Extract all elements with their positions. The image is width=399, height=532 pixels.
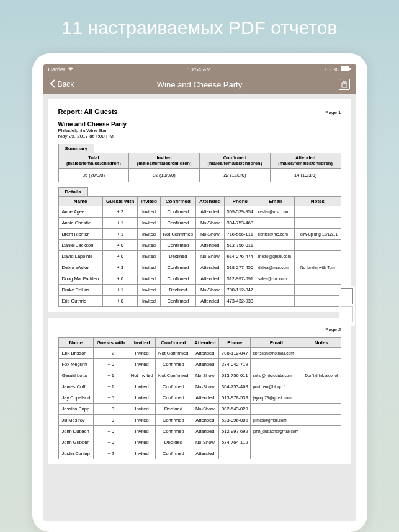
details-tab: Details <box>58 187 88 196</box>
nav-title: Wine and Cheese Party <box>157 80 242 89</box>
table-row: Daniel Jackson+ 0InvitedConfirmedAttende… <box>58 240 341 251</box>
table-row: Gerald Lotto+ 1Not InvitedNot ConfirmedN… <box>58 370 341 381</box>
table-row: Anne Agee+ 2InvitedConfirmedAttended509-… <box>58 206 341 218</box>
page-thumbnails <box>339 286 355 326</box>
page-number: Page 1 <box>325 110 341 115</box>
event-venue: Philadelphia Wine Bar <box>58 128 341 133</box>
summary-header: Attended(males/females/children) <box>270 153 341 169</box>
summary-header: Invited(males/females/children) <box>129 153 200 169</box>
details-header: Name <box>58 197 102 206</box>
table-row: Eric Guthrie+ 0InvitedConfirmedAttended4… <box>58 296 341 307</box>
summary-table: Total(males/females/children)Invited(mal… <box>58 153 341 182</box>
table-row: Justin Dunlap+ 2InvitedConfirmedAttended <box>58 448 341 459</box>
summary-tab: Summary <box>58 144 94 153</box>
details-header: Confirmed <box>156 338 191 348</box>
details-table-2: NameGuests withInvitedConfirmedAttendedP… <box>58 337 341 459</box>
nav-bar: Back Wine and Cheese Party <box>43 74 356 94</box>
page-number: Page 2 <box>325 327 341 332</box>
details-header: Email <box>251 338 302 348</box>
event-title: Wine and Cheese Party <box>58 121 341 128</box>
details-header: Invited <box>128 338 156 348</box>
details-header: Notes <box>302 338 341 348</box>
event-datetime: May 29, 2017 at 7:00 PM <box>58 133 341 139</box>
pdf-page-1: Report: All Guests Page 1 Wine and Chees… <box>48 99 351 312</box>
chevron-left-icon <box>50 79 56 90</box>
thumbnail-page-2[interactable] <box>341 306 353 322</box>
table-row: Jill Mesirov+ 0InvitedConfirmedAttended5… <box>58 415 341 426</box>
table-row: Fox Megumi+ 0InvitedConfirmedAttended234… <box>58 359 341 370</box>
back-button[interactable]: Back <box>50 79 74 90</box>
details-header: Attended <box>196 197 224 206</box>
table-row: Doug MacFadden+ 0InvitedConfirmedAttende… <box>58 273 341 285</box>
back-label: Back <box>58 80 74 89</box>
table-row: Annie Christie+ 1InvitedConfirmedNo-Show… <box>58 218 341 229</box>
summary-value: 14 (10/3/0) <box>270 169 341 182</box>
table-row: James Cuff+ 1InvitedConfirmedNo-Show304-… <box>58 381 341 392</box>
table-row: Jessica Bupp+ 0InvitedDeclinedNo-Show302… <box>58 404 341 415</box>
details-header: Phone <box>219 338 251 348</box>
details-header: Confirmed <box>160 197 196 206</box>
wifi-icon <box>68 66 74 73</box>
details-header: Invited <box>138 197 160 206</box>
table-row: John Gubben+ 0InvitedDeclinedNo-Show534-… <box>58 437 341 448</box>
table-row: Erik Brisson+ 2InvitedNot ConfirmedAtten… <box>58 348 341 359</box>
summary-value: 22 (12/3/0) <box>200 169 271 182</box>
table-row: John Dubach+ 0InvitedConfirmedAttended51… <box>58 426 341 437</box>
battery-label: 100% <box>324 66 338 73</box>
details-header: Guests with <box>94 338 128 348</box>
details-header: Name <box>58 338 94 348</box>
status-bar: Carrier 10:54 AM 100% <box>43 64 356 74</box>
table-row: Jay Copeland+ 5InvitedConfirmedAttended5… <box>58 392 341 404</box>
banner-title: 11 настраиваемых PDF отчетов <box>0 0 399 53</box>
table-row: Brent Richter+ 1InvitedNot ConfirmedNo-S… <box>58 229 341 240</box>
details-header: Email <box>256 197 295 206</box>
carrier-label: Carrier <box>48 66 66 73</box>
document-content[interactable]: Report: All Guests Page 1 Wine and Chees… <box>43 94 356 521</box>
share-button[interactable] <box>339 79 350 90</box>
svg-rect-1 <box>349 68 351 70</box>
details-table-1: NameGuests withInvitedConfirmedAttendedP… <box>58 196 341 307</box>
table-row: Drake Collins+ 1InvitedDeclinedNo-Show70… <box>58 285 341 296</box>
screen: Carrier 10:54 AM 100% Back Wine and Che <box>43 64 356 521</box>
status-time: 10:54 AM <box>187 66 211 73</box>
svg-rect-0 <box>341 66 349 71</box>
tablet-frame: Carrier 10:54 AM 100% Back Wine and Che <box>32 53 367 532</box>
summary-value: 35 (20/3/0) <box>58 169 129 182</box>
battery-icon <box>341 66 351 73</box>
table-row: Debra Walker+ 3InvitedConfirmedAttended5… <box>58 262 341 273</box>
summary-header: Total(males/females/children) <box>58 153 129 169</box>
summary-value: 32 (18/3/0) <box>129 169 200 182</box>
thumbnail-page-1[interactable] <box>341 288 353 304</box>
details-header: Phone <box>224 197 256 206</box>
details-header: Attended <box>191 338 219 348</box>
summary-header: Confirmed(males/females/children) <box>200 153 271 169</box>
pdf-page-2: Page 2 NameGuests withInvitedConfirmedAt… <box>48 318 351 464</box>
table-row: David Lapointe+ 0InvitedDeclinedNo-Show6… <box>58 251 341 262</box>
details-header: Guests with <box>102 197 138 206</box>
report-title: Report: All Guests <box>58 108 118 115</box>
details-header: Notes <box>295 197 341 206</box>
